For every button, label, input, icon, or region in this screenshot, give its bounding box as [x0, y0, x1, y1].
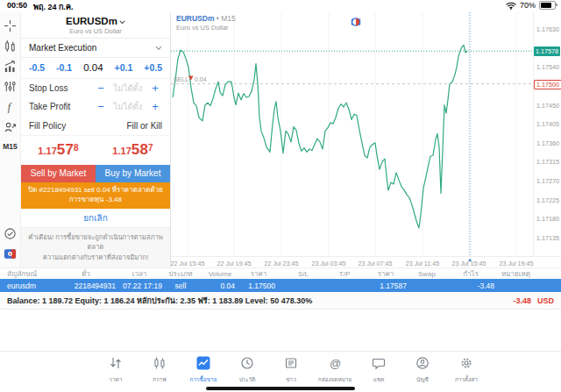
position-price-badge: 1.17500	[534, 80, 561, 89]
table-cell: 1.17500	[242, 282, 282, 290]
tab-charts[interactable]: กราฟ	[140, 352, 179, 388]
wifi-icon	[506, 2, 516, 10]
fill-policy-select[interactable]: Fill Policy Fill or Kill	[21, 117, 170, 137]
stop-loss-value[interactable]: ไม่ได้ตั้ง	[108, 82, 148, 95]
metatrader-app: 00:50 พฤ. 24 ก.ค. 70% fM15 EURUSDm Euro …	[0, 0, 561, 392]
take-profit-plus-button[interactable]: +	[148, 100, 162, 113]
tab-settings[interactable]: การตั้งค่า	[447, 352, 486, 388]
chart-type-icon[interactable]	[4, 39, 17, 53]
tab-chat[interactable]: แชท	[359, 352, 398, 388]
crosshair-icon[interactable]	[4, 19, 17, 32]
x-axis-tick: 23 Jul 11:45	[399, 260, 446, 267]
sell-price: 1.17578	[21, 141, 96, 159]
x-axis-tick: 23 Jul 07:45	[352, 260, 399, 267]
x-axis-tick: 22 Jul 15:45	[164, 260, 211, 267]
y-axis-tick: 1.17135	[536, 234, 559, 242]
svg-text:f: f	[8, 101, 12, 113]
x-axis-tick: 23 Jul 03:45	[305, 260, 352, 267]
y-axis-tick: 1.17315	[536, 158, 559, 166]
chart-area: SELL0.04 EURUSDm • M15 Euro vs US Dollar	[171, 12, 561, 267]
time-axis: 22 Jul 15:4522 Jul 19:4522 Jul 23:4523 J…	[171, 256, 561, 268]
fill-policy-value: Fill or Kill	[126, 121, 162, 131]
trade-levels-icon[interactable]	[4, 120, 17, 133]
volume-inc-large-button[interactable]: +0.5	[144, 62, 162, 73]
tab-news[interactable]: ข่าว	[272, 352, 310, 388]
charts-icon	[153, 356, 167, 374]
take-profit-value[interactable]: ไม่ได้ตั้ง	[108, 100, 148, 113]
current-bar-marker: ▲	[467, 257, 472, 262]
tab-label: แชท	[373, 375, 385, 384]
svg-text:@: @	[330, 357, 341, 370]
cancel-button[interactable]: ยกเลิก	[21, 209, 170, 228]
take-profit-minus-button[interactable]: −	[94, 100, 108, 113]
floating-profit: -3.48	[513, 296, 531, 305]
profit-currency: USD	[537, 296, 554, 305]
x-axis-tick: 22 Jul 23:45	[258, 260, 305, 267]
quote-prices: 1.17578 1.17587	[21, 136, 170, 164]
tab-quotes[interactable]: ราคา	[96, 352, 135, 388]
function-icon[interactable]: f	[4, 100, 17, 113]
execution-warning: คำเตือน! การซื้อขายจะถูกดำเนินการตามสภาพ…	[21, 228, 170, 267]
tab-label: ราคา	[110, 375, 123, 384]
tab-label: กล่องจดหมาย	[318, 375, 352, 384]
sell-by-market-button[interactable]: Sell by Market	[21, 165, 96, 182]
symbol-name: EURUSDm	[66, 16, 117, 26]
tab-trade[interactable]: การซื้อขาย	[184, 352, 223, 388]
fill-policy-label: Fill Policy	[29, 121, 66, 131]
account-summary-bar: Balance: 1 189.72 Equity: 1 186.24 หลักป…	[0, 293, 561, 310]
symbol-selector[interactable]: EURUSDm Euro vs US Dollar	[21, 12, 170, 38]
table-cell: 07.22 17:19	[123, 282, 163, 290]
take-profit-label: Take Profit	[29, 102, 94, 111]
column-header: Volume	[205, 270, 242, 278]
indicators-icon[interactable]	[4, 60, 17, 73]
execution-mode-select[interactable]: Market Execution	[21, 38, 170, 58]
stop-loss-label: Stop Loss	[29, 83, 94, 93]
y-axis-tick: 1.17540	[536, 63, 559, 71]
column-header: S/L	[282, 270, 331, 278]
tab-accounts[interactable]: บัญชี	[403, 352, 442, 388]
stop-loss-plus-button[interactable]: +	[148, 82, 162, 95]
quotes-icon	[109, 356, 123, 374]
chart-toolbar: fM15	[0, 12, 20, 267]
position-row[interactable]: eurusdm221849493107.22 17:19sell0.041.17…	[0, 279, 561, 292]
volume-value[interactable]: 0.04	[83, 62, 103, 73]
tab-history[interactable]: ประวัติ	[228, 352, 266, 388]
timeframe-button[interactable]: M15	[3, 142, 18, 151]
x-axis-tick: 22 Jul 19:45	[210, 260, 258, 267]
price-axis: 1.176301.175851.175401.174951.174501.174…	[533, 12, 561, 256]
take-profit-row: Take Profit − ไม่ได้ตั้ง +	[21, 97, 170, 117]
tab-label: บัญชี	[416, 375, 429, 384]
history-icon	[240, 356, 254, 374]
chat-icon	[372, 356, 386, 374]
buy-by-market-button[interactable]: Buy by Market	[96, 165, 170, 182]
home-indicator[interactable]	[206, 387, 355, 390]
price-chart[interactable]: SELL0.04 EURUSDm • M15 Euro vs US Dollar	[171, 12, 533, 256]
status-date: พฤ. 24 ก.ค.	[33, 1, 73, 13]
column-header: T/P	[331, 270, 365, 278]
table-cell: eurusdm	[0, 282, 56, 290]
close-position-banner: ปิด #2218494931 sell 0.04 ที่ราคาตลาดด้ว…	[21, 182, 170, 209]
y-axis-tick: 1.17225	[536, 196, 559, 204]
tab-label: การตั้งค่า	[455, 375, 478, 384]
positions-table-header: สัญลักษณ์ตั๋วเวลาประเภทVolumeราคาS/LT/Pร…	[0, 267, 561, 280]
volume-dec-large-button[interactable]: -0.5	[29, 62, 45, 73]
tab-mailbox[interactable]: @กล่องจดหมาย	[316, 352, 354, 388]
table-cell: -3.48	[447, 282, 501, 290]
tab-label: ข่าว	[286, 375, 296, 384]
brand-icon[interactable]	[4, 247, 17, 260]
battery-percent: 70%	[520, 1, 536, 10]
status-bar: 00:50 พฤ. 24 ก.ค. 70%	[0, 0, 561, 12]
accounts-icon	[415, 356, 430, 374]
stop-loss-minus-button[interactable]: −	[94, 82, 108, 95]
clock-time: 00:50	[7, 1, 27, 13]
chart-session-clock-icon[interactable]	[351, 17, 361, 27]
volume-inc-small-button[interactable]: +0.1	[115, 62, 133, 73]
table-cell: sell	[163, 282, 205, 290]
symbol-description: Euro vs US Dollar	[21, 27, 170, 35]
volume-dec-small-button[interactable]: -0.1	[56, 62, 72, 73]
svg-text:SELL: SELL	[174, 76, 188, 82]
stop-loss-row: Stop Loss − ไม่ได้ตั้ง +	[21, 79, 170, 98]
volume-stepper: -0.5 -0.1 0.04 +0.1 +0.5	[21, 58, 170, 79]
trading-status-icon[interactable]	[4, 227, 17, 240]
objects-icon[interactable]	[4, 80, 17, 93]
